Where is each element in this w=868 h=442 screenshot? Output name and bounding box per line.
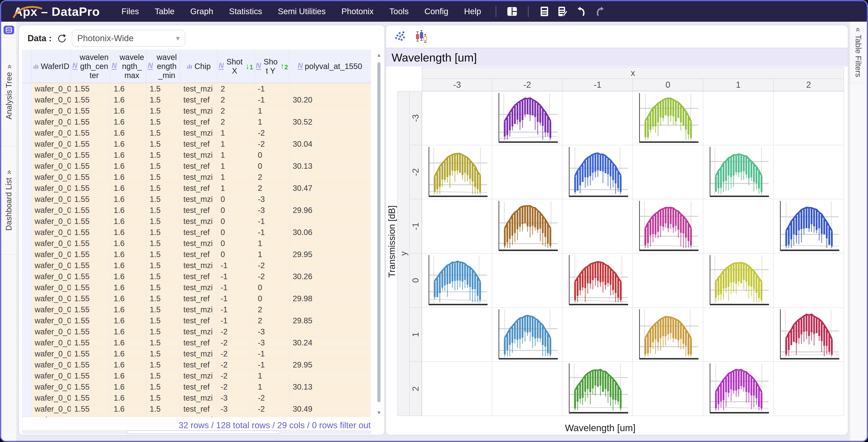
- table-cell[interactable]: 1.55: [71, 194, 111, 205]
- table-cell[interactable]: 1.55: [71, 326, 111, 337]
- table-cell[interactable]: 1.55: [71, 83, 111, 94]
- table-cell[interactable]: test_ref: [180, 116, 217, 127]
- table-cell[interactable]: wafer_0_0: [32, 249, 71, 260]
- table-cell[interactable]: -3: [217, 403, 255, 414]
- facet-cell-x1-y-2[interactable]: [703, 145, 774, 200]
- table-cell[interactable]: wafer_0_0: [32, 282, 71, 293]
- column-header-waferid[interactable]: WaferID: [32, 50, 71, 83]
- table-cell[interactable]: 1.5: [147, 216, 180, 227]
- table-cell[interactable]: 1: [217, 172, 255, 182]
- table-cell[interactable]: test_mzi: [180, 260, 217, 271]
- table-cell[interactable]: 30.52: [289, 116, 371, 127]
- column-header-shot-x[interactable]: NShot X↓1: [217, 50, 255, 83]
- table-cell[interactable]: 0: [255, 414, 289, 417]
- table-cell[interactable]: 1.6: [111, 83, 147, 94]
- table-cell[interactable]: -2: [217, 370, 255, 381]
- table-cell[interactable]: -2: [255, 127, 289, 138]
- table-cell[interactable]: test_mzi: [180, 414, 217, 417]
- table-cell[interactable]: 1.6: [111, 227, 147, 238]
- column-header-polyval_at_1550[interactable]: Npolyval_at_1550: [289, 50, 371, 83]
- scatter-plot-icon[interactable]: [394, 30, 406, 43]
- table-cell[interactable]: [289, 149, 371, 160]
- table-cell[interactable]: -1: [255, 94, 289, 105]
- table-cell[interactable]: wafer_0_0: [32, 83, 71, 94]
- table-cell[interactable]: 29.96: [289, 205, 371, 216]
- table-cell[interactable]: wafer_0_0: [32, 293, 71, 304]
- table-cell[interactable]: test_ref: [180, 249, 217, 260]
- table-cell[interactable]: 1.55: [71, 94, 111, 105]
- table-cell[interactable]: wafer_0_0: [32, 216, 71, 227]
- table-cell[interactable]: [289, 348, 371, 359]
- table-cell[interactable]: 0: [217, 249, 255, 260]
- table-cell[interactable]: 29.85: [289, 315, 371, 326]
- table-cell[interactable]: 1.6: [111, 149, 147, 160]
- table-cell[interactable]: [289, 194, 371, 205]
- table-cell[interactable]: 1.6: [111, 116, 147, 127]
- menu-config[interactable]: Config: [416, 7, 456, 16]
- table-cell[interactable]: wafer_0_0: [32, 182, 71, 194]
- undo-icon[interactable]: [576, 6, 587, 17]
- data-manager-button[interactable]: [4, 26, 14, 34]
- table-cell[interactable]: 30.47: [289, 182, 371, 194]
- table-cell[interactable]: -3: [255, 194, 289, 205]
- facet-cell-x-1-y0[interactable]: [562, 254, 633, 308]
- facet-cell-x-2-y1[interactable]: [492, 308, 562, 362]
- menu-table[interactable]: Table: [147, 7, 182, 16]
- menu-photonix[interactable]: Photonix: [334, 7, 381, 16]
- table-cell[interactable]: 0: [255, 160, 289, 172]
- facet-cell-x0-y-1[interactable]: [633, 199, 703, 254]
- table-cell[interactable]: test_mzi: [180, 392, 217, 403]
- table-cell[interactable]: wafer_0_0: [32, 149, 71, 160]
- facet-cell-x-3-y-2[interactable]: [422, 145, 492, 200]
- table-cell[interactable]: test_ref: [180, 227, 217, 238]
- save-edited-table-icon[interactable]: [558, 6, 568, 17]
- table-cell[interactable]: 0: [255, 282, 289, 293]
- facet-cell-x-3-y0[interactable]: [422, 254, 492, 308]
- table-cell[interactable]: 1.5: [147, 293, 180, 304]
- table-cell[interactable]: 1.5: [147, 105, 180, 116]
- table-cell[interactable]: 1.55: [71, 160, 111, 172]
- scrollbar-thumb[interactable]: [127, 430, 280, 434]
- table-cell[interactable]: [289, 238, 371, 249]
- table-cell[interactable]: wafer_0_0: [32, 304, 71, 315]
- table-cell[interactable]: test_mzi: [180, 370, 217, 381]
- table-cell[interactable]: [289, 83, 371, 94]
- table-cell[interactable]: 1.6: [111, 271, 147, 282]
- table-cell[interactable]: -2: [255, 271, 289, 282]
- table-cell[interactable]: -2: [255, 392, 289, 403]
- table-cell[interactable]: test_ref: [180, 182, 217, 194]
- box-plot-icon[interactable]: [415, 30, 428, 43]
- table-cell[interactable]: 1.55: [71, 149, 111, 160]
- facet-cell-x0-y1[interactable]: [633, 308, 703, 362]
- table-cell[interactable]: -1: [217, 271, 255, 282]
- table-cell[interactable]: 1.55: [71, 116, 111, 127]
- table-cell[interactable]: -3: [217, 414, 255, 417]
- table-vertical-scrollbar[interactable]: ▲ ▼: [376, 52, 382, 416]
- table-cell[interactable]: 1.6: [111, 182, 147, 194]
- table-cell[interactable]: -1: [255, 359, 289, 370]
- table-cell[interactable]: 1.6: [111, 205, 147, 216]
- table-cell[interactable]: 0: [217, 227, 255, 238]
- table-cell[interactable]: test_ref: [180, 271, 217, 282]
- table-cell[interactable]: [289, 216, 371, 227]
- table-cell[interactable]: 1.5: [147, 83, 180, 94]
- table-cell[interactable]: 1.55: [71, 337, 111, 348]
- table-cell[interactable]: -2: [217, 359, 255, 370]
- table-cell[interactable]: 1.6: [111, 326, 147, 337]
- table-cell[interactable]: -1: [217, 304, 255, 315]
- table-cell[interactable]: 0: [255, 149, 289, 160]
- table-cell[interactable]: 2: [217, 94, 255, 105]
- table-cell[interactable]: 29.95: [289, 249, 371, 260]
- table-cell[interactable]: wafer_0_0: [32, 227, 71, 238]
- table-cell[interactable]: 1.5: [147, 348, 180, 359]
- table-cell[interactable]: wafer_0_0: [32, 326, 71, 337]
- table-cell[interactable]: 30.20: [289, 94, 371, 105]
- table-cell[interactable]: 1.5: [147, 127, 180, 138]
- table-cell[interactable]: test_ref: [180, 337, 217, 348]
- table-cell[interactable]: 1.5: [147, 116, 180, 127]
- table-cell[interactable]: 2: [255, 304, 289, 315]
- table-cell[interactable]: 1.55: [71, 238, 111, 249]
- table-cell[interactable]: 1.5: [147, 315, 180, 326]
- table-cell[interactable]: 1.5: [147, 94, 180, 105]
- table-cell[interactable]: 1.5: [147, 414, 180, 417]
